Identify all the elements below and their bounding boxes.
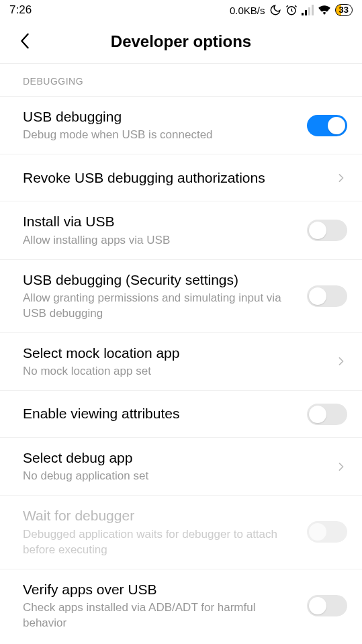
item-select-mock-location[interactable]: Select mock location app No mock locatio… — [0, 333, 362, 391]
item-text: Enable viewing attributes — [23, 404, 307, 423]
item-verify-apps-over-usb[interactable]: Verify apps over USB Check apps installe… — [0, 569, 362, 642]
wifi-icon — [318, 5, 331, 15]
item-select-debug-app[interactable]: Select debug app No debug application se… — [0, 438, 362, 496]
toggle-usb-security[interactable] — [307, 285, 347, 307]
toggle-viewing-attributes[interactable] — [307, 404, 347, 425]
svg-rect-3 — [308, 7, 310, 15]
toggle-knob — [309, 406, 326, 423]
chevron-right-icon — [335, 355, 347, 367]
signal-icon — [302, 5, 314, 15]
item-text: USB debugging Debug mode when USB is con… — [23, 107, 307, 143]
chevron-right-icon — [335, 172, 347, 184]
item-subtitle: No mock location app set — [23, 364, 326, 379]
item-title: Install via USB — [23, 212, 298, 231]
toggle-usb-debugging[interactable] — [307, 115, 347, 136]
alarm-icon — [285, 4, 298, 16]
item-usb-debugging[interactable]: USB debugging Debug mode when USB is con… — [0, 96, 362, 154]
item-text: Revoke USB debugging authorizations — [23, 169, 335, 187]
item-subtitle: Debug mode when USB is connected — [23, 128, 298, 143]
toggle-knob — [328, 117, 345, 134]
toggle-wait-for-debugger — [307, 521, 347, 543]
toggle-verify-apps[interactable] — [307, 595, 347, 616]
svg-rect-2 — [305, 10, 307, 15]
item-subtitle: Debugged application waits for debugger … — [23, 527, 298, 558]
item-title: USB debugging — [23, 107, 298, 126]
item-text: Install via USB Allow installing apps vi… — [23, 212, 307, 248]
item-title: Verify apps over USB — [23, 580, 298, 599]
status-time: 7:26 — [9, 3, 32, 17]
item-subtitle: Check apps installed via ADB/ADT for har… — [23, 600, 298, 631]
item-install-via-usb[interactable]: Install via USB Allow installing apps vi… — [0, 201, 362, 259]
toggle-knob — [309, 523, 326, 541]
item-title: Select mock location app — [23, 344, 326, 363]
chevron-right-icon — [335, 461, 347, 473]
item-text: Select debug app No debug application se… — [23, 449, 335, 484]
item-subtitle: Allow installing apps via USB — [23, 233, 298, 248]
item-title: Enable viewing attributes — [23, 404, 298, 423]
item-title: Wait for debugger — [23, 506, 298, 525]
svg-rect-1 — [302, 13, 304, 15]
item-viewing-attributes[interactable]: Enable viewing attributes — [0, 391, 362, 438]
toggle-knob — [309, 597, 326, 614]
item-subtitle: Allow granting permissions and simulatin… — [23, 291, 298, 322]
svg-rect-4 — [312, 5, 314, 15]
item-wait-for-debugger: Wait for debugger Debugged application w… — [0, 496, 362, 569]
item-text: Wait for debugger Debugged application w… — [23, 506, 307, 557]
item-text: USB debugging (Security settings) Allow … — [23, 271, 307, 322]
settings-list: USB debugging Debug mode when USB is con… — [0, 96, 362, 642]
item-text: Select mock location app No mock locatio… — [23, 344, 335, 379]
item-revoke-authorizations[interactable]: Revoke USB debugging authorizations — [0, 154, 362, 201]
item-title: Select debug app — [23, 449, 326, 467]
item-usb-security-settings[interactable]: USB debugging (Security settings) Allow … — [0, 260, 362, 333]
back-icon — [18, 32, 32, 50]
toggle-knob — [309, 287, 326, 305]
item-text: Verify apps over USB Check apps installe… — [23, 580, 307, 631]
item-subtitle: No debug application set — [23, 469, 326, 484]
toggle-install-via-usb[interactable] — [307, 220, 347, 241]
net-speed: 0.0KB/s — [230, 5, 265, 16]
toggle-knob — [309, 222, 326, 239]
section-header-debugging: DEBUGGING — [0, 64, 362, 96]
page-title: Developer options — [11, 32, 351, 51]
moon-icon — [269, 4, 281, 16]
app-bar: Developer options — [0, 19, 362, 63]
status-bar: 7:26 0.0KB/s 33 — [0, 0, 362, 19]
back-button[interactable] — [15, 31, 35, 51]
status-right-icons: 0.0KB/s 33 — [230, 4, 353, 16]
item-title: USB debugging (Security settings) — [23, 271, 298, 289]
battery-badge: 33 — [335, 4, 353, 16]
item-title: Revoke USB debugging authorizations — [23, 169, 326, 187]
